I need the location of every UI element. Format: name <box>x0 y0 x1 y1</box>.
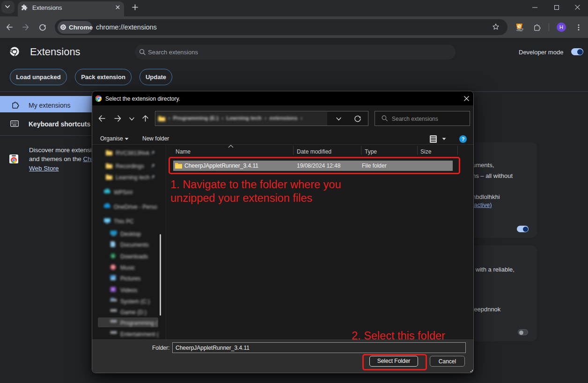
svg-text:JNLP: JNLP <box>516 28 523 31</box>
